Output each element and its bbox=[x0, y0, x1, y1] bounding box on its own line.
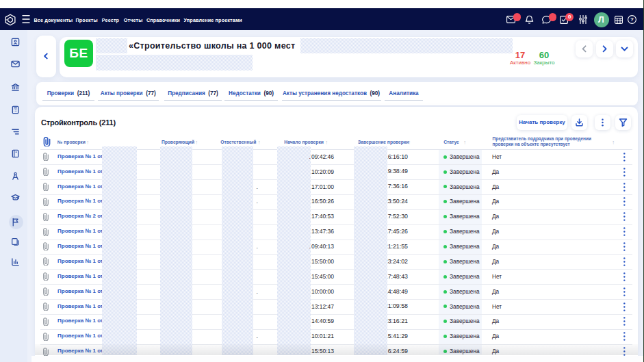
svg-text:?: ? bbox=[630, 16, 634, 23]
